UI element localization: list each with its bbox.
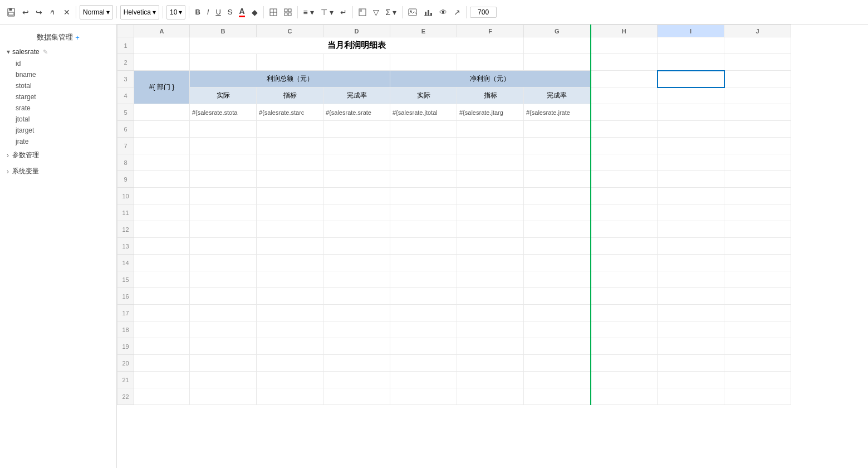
add-dataset-button[interactable]: + [75, 33, 80, 42]
row-13: 13 [117, 238, 791, 255]
cell-a1[interactable] [134, 37, 190, 54]
col-header-b[interactable]: B [190, 25, 257, 37]
cell-d5-srate[interactable]: #{salesrate.srate [323, 104, 390, 121]
freeze-button[interactable] [356, 7, 369, 17]
sidebar-section-params[interactable]: › 参数管理 [0, 147, 116, 163]
sep8 [402, 6, 403, 18]
border-button[interactable] [267, 7, 279, 17]
spreadsheet[interactable]: A B C D E F G H I J 1 当月利 [117, 25, 868, 468]
cell-d4-rate1[interactable]: 完成率 [323, 87, 390, 104]
cell-i1[interactable] [658, 37, 724, 54]
cell-h1[interactable] [591, 37, 658, 54]
strikethrough-button[interactable]: S [225, 7, 235, 17]
col-header-a[interactable]: A [134, 25, 190, 37]
sidebar-field-id[interactable]: id [0, 58, 116, 69]
merge-button[interactable] [282, 7, 294, 17]
cell-e2[interactable] [390, 54, 457, 71]
edit-dataset-icon[interactable]: ✎ [43, 48, 48, 56]
sidebar-field-jtarget[interactable]: jtarget [0, 125, 116, 136]
underline-button[interactable]: U [213, 7, 223, 17]
cell-b2[interactable] [190, 54, 257, 71]
cell-i3[interactable] [658, 71, 724, 87]
share-button[interactable]: ↗ [452, 7, 463, 18]
save-button[interactable] [4, 7, 18, 18]
sidebar-field-srate[interactable]: srate [0, 103, 116, 114]
cell-e3-net-profit[interactable]: 净利润（元） [390, 71, 591, 87]
size-dropdown[interactable]: 10 ▾ [166, 5, 185, 20]
cell-c5-starget[interactable]: #{salesrate.starc [257, 104, 323, 121]
cell-g1[interactable] [524, 37, 591, 54]
cell-c2[interactable] [257, 54, 323, 71]
col-header-e[interactable]: E [390, 25, 457, 37]
cell-j1[interactable] [724, 37, 791, 54]
image-button[interactable] [406, 7, 419, 17]
eye-button[interactable]: 👁 [437, 7, 449, 18]
sidebar-field-jtotal[interactable]: jtotal [0, 114, 116, 125]
align-h-button[interactable]: ≡ ▾ [301, 7, 316, 18]
cell-j4[interactable] [724, 87, 791, 104]
italic-button[interactable]: I [205, 7, 212, 17]
col-header-i[interactable]: I [658, 25, 724, 37]
sidebar-section-variables[interactable]: › 系统变量 [0, 163, 116, 179]
wrap-button[interactable]: ↵ [338, 7, 349, 18]
chevron-down-icon: ▾ [106, 8, 110, 16]
filter-button[interactable]: ▽ [371, 7, 381, 18]
font-dropdown-value: Helvetica [124, 8, 151, 16]
cell-b1-title[interactable]: 当月利润明细表 [190, 37, 524, 54]
bold-button[interactable]: B [193, 7, 202, 17]
cell-c4-target1[interactable]: 指标 [257, 87, 323, 104]
cell-b5-stotal[interactable]: #{salesrate.stota [190, 104, 257, 121]
format-painter-button[interactable] [47, 7, 59, 17]
formula-button[interactable]: Σ ▾ [384, 7, 399, 18]
cell-g2[interactable] [524, 54, 591, 71]
cell-i2[interactable] [658, 54, 724, 71]
cell-j2[interactable] [724, 54, 791, 71]
cell-b4-actual1[interactable]: 实际 [190, 87, 257, 104]
cell-f2[interactable] [457, 54, 524, 71]
sidebar-field-starget[interactable]: starget [0, 91, 116, 103]
cell-h4[interactable] [591, 87, 658, 104]
cell-e5-jtotal[interactable]: #{salesrate.jtotal [390, 104, 457, 121]
redo-button[interactable]: ↪ [33, 7, 45, 18]
cell-h2[interactable] [591, 54, 658, 71]
cell-a5[interactable] [134, 104, 190, 121]
sidebar-dataset-salesrate[interactable]: ▾ salesrate ✎ [0, 46, 116, 58]
cell-b3-profit-total[interactable]: 利润总额（元） [190, 71, 390, 87]
col-header-g[interactable]: G [524, 25, 591, 37]
cell-g5-jrate[interactable]: #{salesrate.jrate [524, 104, 591, 121]
cell-i5[interactable] [658, 104, 724, 121]
cell-g4-rate2[interactable]: 完成率 [524, 87, 591, 104]
align-v-button[interactable]: ⊤ ▾ [318, 7, 336, 18]
fill-color-button[interactable]: ◆ [249, 7, 260, 18]
col-header-j[interactable]: J [724, 25, 791, 37]
sidebar-field-bname[interactable]: bname [0, 69, 116, 80]
cell-a2[interactable] [134, 54, 190, 71]
zoom-input[interactable] [470, 7, 497, 18]
cell-j3[interactable] [724, 71, 791, 87]
style-dropdown[interactable]: Normal ▾ [80, 5, 113, 20]
chart-button[interactable] [421, 7, 435, 17]
col-header-c[interactable]: C [257, 25, 323, 37]
cell-h5[interactable] [591, 104, 658, 121]
cell-e4-actual2[interactable]: 实际 [390, 87, 457, 104]
cell-a3-dept[interactable]: #{ 部门 } [134, 71, 190, 104]
net-profit-header: 净利润（元） [470, 75, 510, 82]
undo-button[interactable]: ↩ [20, 7, 31, 18]
col-header-h[interactable]: H [591, 25, 658, 37]
sidebar-field-stotal[interactable]: stotal [0, 80, 116, 91]
freeze-icon [359, 8, 366, 16]
cell-i4[interactable] [658, 87, 724, 104]
clear-button[interactable]: ✕ [61, 7, 72, 18]
col-header-d[interactable]: D [323, 25, 390, 37]
sep3 [163, 6, 163, 18]
cell-f5-jtarget[interactable]: #{salesrate.jtarg [457, 104, 524, 121]
cell-d2[interactable] [323, 54, 390, 71]
sidebar-field-jrate[interactable]: jrate [0, 136, 116, 147]
font-dropdown[interactable]: Helvetica ▾ [120, 5, 159, 20]
stotal-formula: #{salesrate.stota [192, 109, 237, 116]
font-color-button[interactable]: A [237, 6, 247, 18]
cell-h3[interactable] [591, 71, 658, 87]
cell-f4-target2[interactable]: 指标 [457, 87, 524, 104]
cell-j5[interactable] [724, 104, 791, 121]
col-header-f[interactable]: F [457, 25, 524, 37]
